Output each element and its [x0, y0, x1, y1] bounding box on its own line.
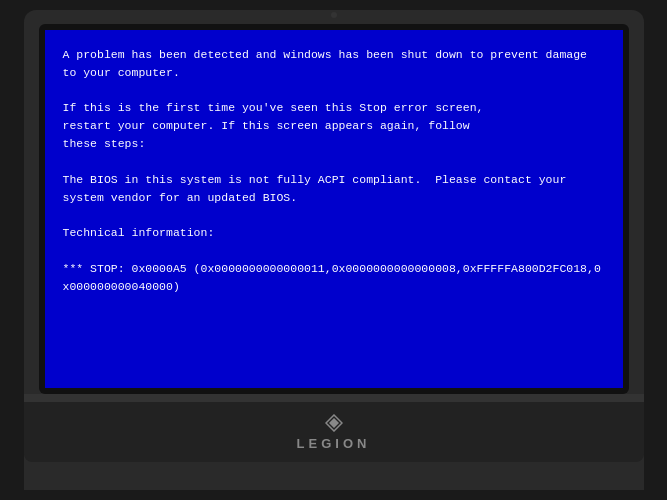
brand-logo: LEGION — [297, 414, 371, 451]
bsod-content: A problem has been detected and windows … — [63, 46, 601, 295]
screen-bezel: A problem has been detected and windows … — [39, 24, 629, 394]
laptop-hinge — [24, 394, 644, 402]
brand-label: LEGION — [297, 436, 371, 451]
camera-dot — [331, 12, 337, 18]
laptop-outer: A problem has been detected and windows … — [24, 10, 644, 490]
laptop-bottom: LEGION — [24, 402, 644, 462]
screen: A problem has been detected and windows … — [45, 30, 623, 388]
legion-logo-icon — [325, 414, 343, 432]
